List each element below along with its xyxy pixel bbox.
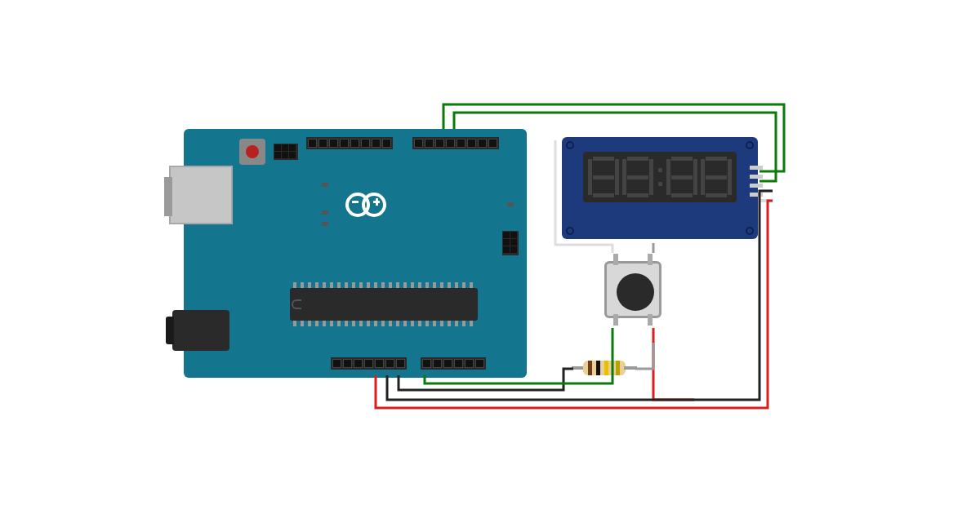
digit-3 <box>666 157 697 197</box>
icsp-header-2 <box>502 231 519 255</box>
arduino-uno-board[interactable] <box>184 129 527 378</box>
colon <box>657 168 663 186</box>
barrel-jack <box>172 310 229 351</box>
push-button[interactable] <box>604 261 662 318</box>
digital-header-right[interactable] <box>412 137 499 149</box>
analog-header[interactable] <box>421 357 486 370</box>
atmega-chip <box>290 288 478 321</box>
usb-connector <box>169 166 233 224</box>
arduino-logo <box>345 193 390 212</box>
reset-button[interactable] <box>239 139 265 165</box>
tm1637-display-module[interactable] <box>562 137 758 239</box>
led-indicators <box>317 179 328 230</box>
power-header[interactable] <box>331 357 407 370</box>
infinity-icon <box>345 193 386 212</box>
digital-header-left[interactable] <box>306 137 393 149</box>
icsp-header-1 <box>274 144 298 160</box>
digit-1 <box>588 157 619 197</box>
digit-2 <box>622 157 653 197</box>
digit-4 <box>701 157 732 197</box>
display-pin-header[interactable] <box>750 166 763 197</box>
resistor-10k[interactable] <box>572 361 637 375</box>
on-led <box>504 201 514 208</box>
seven-segment-screen <box>583 152 737 202</box>
